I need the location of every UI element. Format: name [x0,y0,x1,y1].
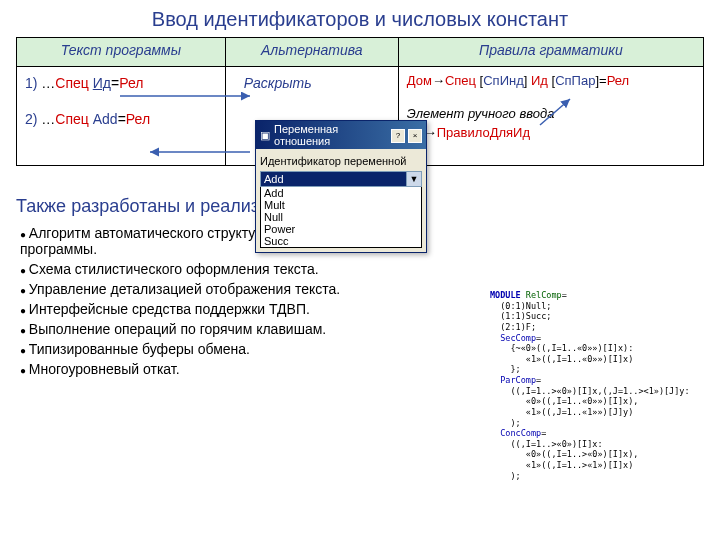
page-title: Ввод идентификаторов и числовых констант [0,0,720,37]
list-item: Типизированные буферы обмена. [20,341,450,357]
list-item: Интерфейсные средства поддержки ТДВП. [20,301,450,317]
combo-selected: Add [261,172,406,186]
code-sample: MODULE RelComp= (0:1)Null; (1:1)Succ; (2… [490,290,710,481]
th-rules: Правила грамматики [398,38,703,67]
grammar-line-2: Ид→ПравилоДляИд [407,125,695,140]
expand-label: Раскрыть [244,75,390,91]
list-item: Многоуровневый откат. [20,361,450,377]
combo-label: Идентификатор переменной [260,155,422,167]
grammar-line-1: Дом→Спец [СпИнд] Ид [СпПар]=Рел [407,73,695,88]
program-line-2: 2) …Спец Add=Рел [25,111,217,127]
list-item: Выполнение операций по горячим клавишам. [20,321,450,337]
list-item[interactable]: Mult [261,199,421,211]
cell-program: 1) …Спец Ид=Рел 2) …Спец Add=Рел [17,67,226,166]
list-item[interactable]: Succ [261,235,421,247]
close-icon[interactable]: × [408,129,422,143]
chevron-down-icon[interactable]: ▼ [406,172,421,186]
combo-list[interactable]: Add Mult Null Power Succ [260,187,422,248]
dialog-icon: ▣ [260,129,270,142]
list-item[interactable]: Power [261,223,421,235]
program-line-1: 1) …Спец Ид=Рел [25,75,217,91]
list-item: Управление детализацией отображения текс… [20,281,450,297]
cell-rules: Дом→Спец [СпИнд] Ид [СпПар]=Рел Элемент … [398,67,703,166]
variable-dialog[interactable]: ▣ Переменная отношения ? × Идентификатор… [255,120,427,253]
dialog-title: Переменная отношения [274,123,387,147]
help-icon[interactable]: ? [391,129,405,143]
list-item[interactable]: Add [261,187,421,199]
annotation-manual: Элемент ручного ввода [407,106,695,121]
list-item[interactable]: Null [261,211,421,223]
dialog-titlebar[interactable]: ▣ Переменная отношения ? × [256,121,426,149]
list-item: Схема стилистического оформления текста. [20,261,450,277]
combo-box[interactable]: Add ▼ [260,171,422,187]
th-alt: Альтернатива [225,38,398,67]
th-program: Текст программы [17,38,226,67]
